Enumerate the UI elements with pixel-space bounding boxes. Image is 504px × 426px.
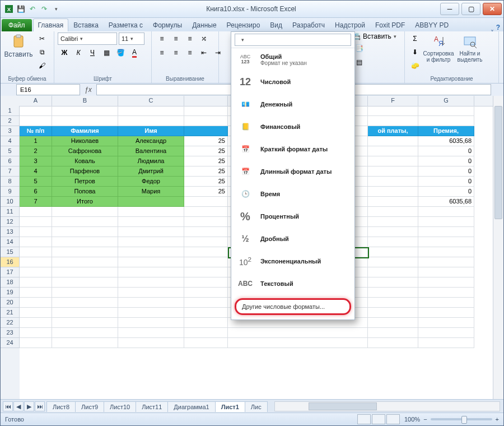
- numfmt-item-5[interactable]: 📅Длинный формат даты: [231, 160, 354, 183]
- col-header-C[interactable]: C: [118, 96, 184, 106]
- minimize-button[interactable]: ─: [440, 3, 459, 15]
- cell-fam[interactable]: Сафронова: [52, 146, 118, 156]
- view-normal-button[interactable]: [357, 414, 371, 424]
- cell[interactable]: [52, 267, 118, 277]
- cell[interactable]: [118, 106, 184, 116]
- cell[interactable]: [20, 318, 52, 328]
- autosum-button[interactable]: Σ: [408, 33, 422, 45]
- row-header-20[interactable]: 20: [1, 298, 20, 308]
- tab-layout[interactable]: Разметка с: [104, 18, 148, 31]
- cell[interactable]: [368, 177, 418, 187]
- cell[interactable]: [184, 267, 228, 277]
- row-header-24[interactable]: 24: [1, 338, 20, 348]
- sheet-nav-prev[interactable]: ◀: [13, 401, 24, 411]
- cell[interactable]: [184, 288, 228, 298]
- cell[interactable]: [20, 277, 52, 288]
- cell[interactable]: [118, 318, 184, 328]
- clear-button[interactable]: 🧽: [408, 59, 422, 72]
- cell-bonus[interactable]: 0: [418, 146, 474, 156]
- cell-bonus[interactable]: 0: [418, 166, 474, 177]
- cell[interactable]: [52, 308, 118, 318]
- cell-fam[interactable]: Петров: [52, 177, 118, 187]
- orientation-button[interactable]: ⤮: [197, 33, 211, 45]
- cell[interactable]: [184, 116, 228, 126]
- cell[interactable]: [368, 247, 418, 257]
- cell[interactable]: [184, 106, 228, 116]
- tab-addins[interactable]: Надстрой: [330, 18, 370, 31]
- numfmt-item-4[interactable]: 📅Краткий формат даты: [231, 138, 354, 160]
- cell[interactable]: [184, 338, 228, 348]
- row-header-1[interactable]: 1: [1, 106, 20, 116]
- view-break-button[interactable]: [386, 414, 400, 424]
- sort-filter-button[interactable]: АЯ Сортировка и фильтр: [424, 33, 453, 63]
- cell[interactable]: [368, 106, 418, 116]
- tab-data[interactable]: Данные: [187, 18, 221, 31]
- cell[interactable]: [52, 237, 118, 247]
- cell-num[interactable]: 7: [20, 197, 52, 207]
- cell-d[interactable]: [184, 197, 228, 207]
- cell[interactable]: [368, 197, 418, 207]
- copy-button[interactable]: ⧉: [35, 46, 49, 58]
- numfmt-item-10[interactable]: ABCТекстовый: [231, 272, 354, 295]
- sheet-tab-Лист11[interactable]: Лист11: [136, 401, 168, 412]
- col-header-A[interactable]: A: [20, 96, 52, 106]
- cell[interactable]: [52, 288, 118, 298]
- col-header-G[interactable]: G: [418, 96, 474, 106]
- cell[interactable]: [368, 267, 418, 277]
- cell[interactable]: [20, 106, 52, 116]
- cell[interactable]: [20, 267, 52, 277]
- sheet-tab-Лист8[interactable]: Лист8: [46, 401, 76, 412]
- cell[interactable]: [20, 308, 52, 318]
- cell[interactable]: [418, 288, 474, 298]
- header-fam[interactable]: Фамилия: [52, 126, 118, 136]
- cell[interactable]: [418, 267, 474, 277]
- zoom-slider[interactable]: [431, 418, 492, 420]
- cell-name[interactable]: Валентина: [118, 146, 184, 156]
- cell-num[interactable]: 4: [20, 166, 52, 177]
- row-header-7[interactable]: 7: [1, 166, 20, 177]
- cell[interactable]: [20, 116, 52, 126]
- cell[interactable]: [368, 237, 418, 247]
- tab-developer[interactable]: Разработч: [287, 18, 330, 31]
- cell[interactable]: [418, 217, 474, 227]
- numfmt-item-9[interactable]: 102Экспоненциальный: [231, 250, 354, 272]
- cell[interactable]: [20, 288, 52, 298]
- cell[interactable]: [52, 227, 118, 237]
- cell[interactable]: [368, 116, 418, 126]
- cell[interactable]: [52, 298, 118, 308]
- cell[interactable]: [20, 338, 52, 348]
- cell[interactable]: [368, 136, 418, 146]
- qa-save-button[interactable]: 💾: [16, 4, 26, 14]
- zoom-in-button[interactable]: +: [496, 416, 499, 423]
- sheet-nav-last[interactable]: ⏭: [35, 401, 45, 411]
- cell[interactable]: [184, 328, 228, 338]
- numfmt-item-1[interactable]: 12Числовой: [231, 71, 354, 93]
- cell[interactable]: [184, 308, 228, 318]
- cell-fam[interactable]: Парфенов: [52, 166, 118, 177]
- cell[interactable]: [418, 106, 474, 116]
- cell[interactable]: [418, 318, 474, 328]
- cell-d[interactable]: 25: [184, 156, 228, 166]
- underline-button[interactable]: Ч: [86, 47, 99, 59]
- row-header-8[interactable]: 8: [1, 177, 20, 187]
- cell[interactable]: [368, 227, 418, 237]
- cell[interactable]: [118, 308, 184, 318]
- cell[interactable]: [368, 298, 418, 308]
- cell[interactable]: [418, 227, 474, 237]
- horizontal-scrollbar-thumb[interactable]: [309, 402, 377, 410]
- cell[interactable]: [184, 247, 228, 257]
- cell[interactable]: [118, 217, 184, 227]
- numfmt-item-7[interactable]: %Процентный: [231, 205, 354, 228]
- cell[interactable]: [118, 328, 184, 338]
- row-header-3[interactable]: 3: [1, 126, 20, 136]
- cell[interactable]: [184, 277, 228, 288]
- cell-name[interactable]: Мария: [118, 187, 184, 197]
- cell[interactable]: [184, 257, 228, 267]
- align-right-button[interactable]: ≡: [183, 47, 197, 59]
- fill-button[interactable]: ⬇: [408, 46, 422, 58]
- cell-name[interactable]: [118, 197, 184, 207]
- qa-redo-button[interactable]: ↷: [39, 4, 49, 14]
- cell[interactable]: [118, 277, 184, 288]
- cell[interactable]: [368, 146, 418, 156]
- cell[interactable]: [418, 237, 474, 247]
